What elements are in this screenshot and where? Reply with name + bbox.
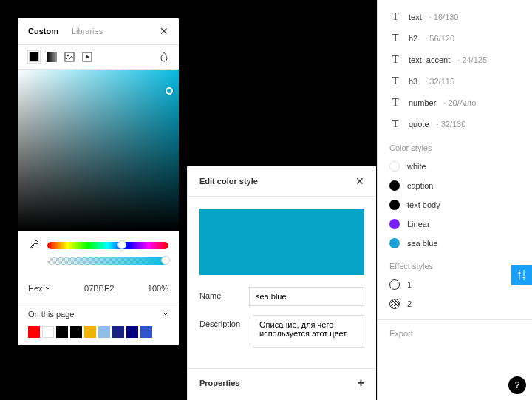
text-style-name: number <box>409 98 436 107</box>
export-section[interactable]: Export <box>378 319 532 347</box>
text-style-values: · 20/Auto <box>443 98 476 107</box>
text-style-values: · 24/125 <box>457 55 487 64</box>
sv-handle[interactable] <box>166 87 173 95</box>
styles-panel: Ttext · 16/130Th2 · 56/120Ttext_accent ·… <box>377 0 532 400</box>
color-style-sea-blue[interactable]: sea blue <box>378 234 532 253</box>
edit-panel-title: Edit color style <box>200 177 258 186</box>
text-style-text[interactable]: Ttext · 16/130 <box>378 6 532 27</box>
color-styles-heading: Color styles <box>378 135 532 157</box>
opacity-input[interactable]: 100% <box>148 284 168 293</box>
swatch[interactable] <box>126 326 138 338</box>
svg-point-5 <box>523 277 525 279</box>
effect-styles-heading: Effect styles <box>378 253 532 275</box>
edit-color-style-panel: Edit color style ✕ Name Description Prop… <box>187 166 376 400</box>
text-style-h3[interactable]: Th3 · 32/115 <box>378 70 532 92</box>
effect-style-name: 2 <box>407 299 412 308</box>
color-dot <box>389 200 400 210</box>
color-style-white[interactable]: white <box>378 157 532 176</box>
mode-image[interactable] <box>64 51 75 63</box>
alpha-handle[interactable] <box>161 256 170 265</box>
on-this-page-label: On this page <box>28 310 74 319</box>
text-style-name: quote <box>409 120 429 129</box>
effect-style-1[interactable]: 1 <box>378 275 532 294</box>
text-icon: T <box>389 10 401 23</box>
swatch[interactable] <box>70 326 82 338</box>
text-style-name: text_accent <box>409 55 450 64</box>
effect-style-2[interactable]: 2 <box>378 294 532 313</box>
text-style-name: h2 <box>409 34 417 43</box>
swatch[interactable] <box>112 326 124 338</box>
swatch[interactable] <box>42 326 54 338</box>
effect-style-name: 1 <box>407 280 412 289</box>
color-dot <box>389 219 400 229</box>
properties-title: Properties <box>200 379 239 387</box>
on-this-page-section: On this page <box>18 302 179 345</box>
color-dot <box>389 238 400 248</box>
text-style-values: · 56/120 <box>425 34 454 43</box>
color-style-name: caption <box>407 181 433 190</box>
color-preview <box>200 209 364 275</box>
hex-row: Hex 07BBE2 100% <box>18 279 179 302</box>
name-input[interactable] <box>249 287 364 306</box>
fill-modes <box>18 45 179 70</box>
add-property-icon[interactable]: + <box>358 376 364 390</box>
text-icon: T <box>389 53 401 66</box>
text-icon: T <box>389 32 401 44</box>
name-label: Name <box>200 287 240 300</box>
text-style-h2[interactable]: Th2 · 56/120 <box>378 27 532 49</box>
color-style-name: sea blue <box>407 239 438 248</box>
swatch-list <box>28 326 168 338</box>
saturation-value-area[interactable] <box>18 70 179 231</box>
swatch[interactable] <box>28 326 40 338</box>
mode-video[interactable] <box>81 51 93 63</box>
swatch[interactable] <box>84 326 96 338</box>
swatch[interactable] <box>56 326 68 338</box>
text-icon: T <box>389 75 401 87</box>
text-icon: T <box>389 118 401 130</box>
text-style-text_accent[interactable]: Ttext_accent · 24/125 <box>378 49 532 70</box>
text-style-number[interactable]: Tnumber · 20/Auto <box>378 92 532 113</box>
swatch[interactable] <box>98 326 110 338</box>
settings-fab[interactable] <box>511 265 532 285</box>
sliders <box>18 231 179 279</box>
blend-icon[interactable] <box>160 52 168 62</box>
hex-format-select[interactable]: Hex <box>28 284 51 293</box>
svg-point-1 <box>67 55 69 56</box>
close-icon[interactable]: ✕ <box>160 25 168 37</box>
color-style-caption[interactable]: caption <box>378 176 532 195</box>
eyedropper-icon[interactable] <box>28 240 40 251</box>
text-icon: T <box>389 96 401 109</box>
hue-slider[interactable] <box>47 242 168 249</box>
text-style-name: h3 <box>409 77 417 86</box>
description-label: Description <box>200 315 244 328</box>
text-style-name: text <box>409 13 422 21</box>
mode-solid[interactable] <box>28 51 40 63</box>
close-icon[interactable]: ✕ <box>355 175 364 187</box>
text-style-values: · 32/130 <box>437 120 466 129</box>
color-picker-panel: Custom Libraries ✕ Hex 07BBE2 100% On th… <box>18 18 179 345</box>
alpha-slider[interactable] <box>47 257 168 265</box>
svg-point-4 <box>519 272 521 274</box>
tab-custom[interactable]: Custom <box>28 27 58 35</box>
mode-gradient[interactable] <box>46 51 58 63</box>
effect-icon <box>389 299 400 309</box>
text-style-quote[interactable]: Tquote · 32/130 <box>378 113 532 135</box>
swatch[interactable] <box>140 326 152 338</box>
text-style-values: · 32/115 <box>425 77 454 86</box>
color-style-name: white <box>407 162 426 171</box>
hex-input[interactable]: 07BBE2 <box>57 284 142 293</box>
color-dot <box>389 161 400 172</box>
color-style-text-body[interactable]: text body <box>378 195 532 214</box>
tab-libraries[interactable]: Libraries <box>72 27 103 35</box>
effect-icon <box>389 279 400 290</box>
help-icon[interactable]: ? <box>508 376 526 394</box>
color-style-Linear[interactable]: Linear <box>378 214 532 234</box>
text-style-values: · 16/130 <box>429 13 459 21</box>
description-input[interactable] <box>253 315 364 348</box>
property-row[interactable]: 07BBE2 100% − <box>188 397 376 400</box>
color-style-name: text body <box>407 200 440 209</box>
picker-header: Custom Libraries ✕ <box>18 18 179 45</box>
color-style-name: Linear <box>407 220 430 228</box>
color-dot <box>389 180 400 191</box>
hue-handle[interactable] <box>117 240 126 249</box>
